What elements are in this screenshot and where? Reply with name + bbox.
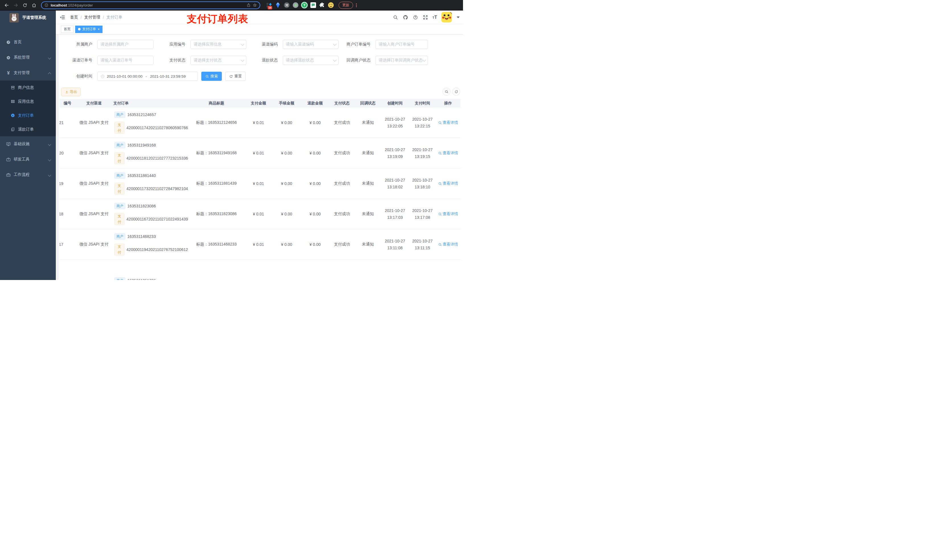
extension-puzzle-icon[interactable] <box>319 2 325 8</box>
sidebar-item-app-info[interactable]: 应用信息 <box>0 95 56 109</box>
view-detail-link[interactable]: 查看详情 <box>438 151 458 155</box>
extension-pinned-icon[interactable]: 10 <box>266 2 272 8</box>
sidebar-menu: 首页系统管理¥支付管理商户信息应用信息¥支付订单退款订单基础设施研发工具工作流程 <box>0 25 56 183</box>
forward-icon[interactable] <box>12 2 20 9</box>
extension-command-icon[interactable]: ⌘ <box>284 2 290 8</box>
sidebar-item-label: 工作流程 <box>14 172 48 177</box>
extension-chat-icon[interactable] <box>310 2 316 8</box>
reset-button[interactable]: 重置 <box>225 72 246 81</box>
breadcrumb-item[interactable]: 支付管理 <box>84 15 100 20</box>
extension-kite-icon[interactable] <box>275 2 281 8</box>
site-info-icon[interactable] <box>44 3 48 7</box>
sidebar-item-pay-order[interactable]: ¥支付订单 <box>0 109 56 122</box>
placeholder-text: 请选择应用信息 <box>194 42 241 47</box>
dashboard-icon <box>6 40 11 45</box>
create-time-range-picker[interactable]: 2021-10-01 00:00:00-2021-10-31 23:59:59 <box>97 72 198 81</box>
filter-label-merchant: 所属商户 <box>59 42 96 47</box>
yen-icon: ¥ <box>6 71 11 75</box>
browser-menu-icon[interactable] <box>356 3 357 7</box>
share-icon[interactable] <box>247 3 251 7</box>
cell-pay-order: 商户1635312124657支付42000011742021102780605… <box>111 107 188 138</box>
filter-select-refund-status[interactable]: 请选择退款状态 <box>283 56 339 65</box>
cell-pay-status: 支付成功 <box>329 229 355 260</box>
cell-channel: 微信 JSAPI 支付 <box>77 138 111 168</box>
column-header: 回调状态 <box>355 99 381 107</box>
bookmark-star-icon[interactable] <box>253 3 257 7</box>
extension-record-icon[interactable] <box>292 2 299 8</box>
cell-create-time: 2021-10-2713:19:09 <box>381 138 409 168</box>
reload-icon[interactable] <box>21 2 29 9</box>
extension-emoji-icon[interactable] <box>328 2 334 8</box>
avatar-caret-icon[interactable] <box>457 17 460 18</box>
column-header: 退款金额 <box>301 99 329 107</box>
back-icon[interactable] <box>3 2 10 9</box>
toggle-search-button[interactable] <box>442 88 451 96</box>
sidebar-item-system[interactable]: 系统管理 <box>0 50 56 65</box>
cell-pay-order: 商户1635311351736 <box>111 260 188 280</box>
column-header: 支付渠道 <box>77 99 111 107</box>
table-row-partial: 商户1635311351736 <box>59 260 460 280</box>
filter-input-merchant[interactable]: 请选择所属商户 <box>97 40 153 49</box>
font-size-icon[interactable]: TT <box>433 15 437 20</box>
table-row: 120微信 JSAPI 支付商户1635311949168支付420000118… <box>59 138 460 169</box>
refresh-table-button[interactable] <box>452 88 460 96</box>
magnifier-icon <box>438 182 442 186</box>
chevron-down-icon <box>333 42 337 46</box>
view-detail-link[interactable]: 查看详情 <box>438 242 458 247</box>
cell-amount: ¥ 0.01 <box>245 199 272 229</box>
sidebar-item-refund-order[interactable]: 退款订单 <box>0 122 56 136</box>
address-bar[interactable]: localhost:1024/pay/order <box>41 2 260 9</box>
view-detail-link[interactable]: 查看详情 <box>438 120 458 125</box>
filter-input-merchant-order-no[interactable]: 请输入商户订单编号 <box>375 40 428 49</box>
filter-select-pay-status[interactable]: 请选择支付状态 <box>191 56 246 65</box>
avatar[interactable] <box>441 12 452 23</box>
merchant-order-line: 商户1635311823086 <box>115 203 156 209</box>
sidebar-item-infra[interactable]: 基础设施 <box>0 136 56 152</box>
chrome-update-button[interactable]: 更新 <box>339 2 357 9</box>
fullscreen-icon[interactable] <box>422 15 428 20</box>
refresh-icon <box>454 90 458 94</box>
app-logo[interactable]: 芋道管理系统 <box>0 11 56 25</box>
menu-fold-icon[interactable] <box>60 15 65 20</box>
search-icon[interactable] <box>393 15 398 20</box>
breadcrumb-item[interactable]: 首页 <box>70 15 78 20</box>
pay-tag: 支付 <box>115 183 124 195</box>
cell-fee: ¥ 0.00 <box>272 169 301 199</box>
export-button[interactable]: 导出 <box>61 88 80 96</box>
search-button[interactable]: 搜索 <box>201 72 222 81</box>
cell-amount: ¥ 0.01 <box>245 107 272 138</box>
pay-order-no: 4200001167202110271022491439 <box>126 217 188 221</box>
view-detail-link[interactable]: 查看详情 <box>438 181 458 186</box>
view-detail-link[interactable]: 查看详情 <box>438 211 458 217</box>
sidebar-item-pay[interactable]: ¥支付管理 <box>0 65 56 80</box>
home-icon[interactable] <box>30 2 38 9</box>
placeholder-text: 请输入渠道编码 <box>286 42 333 47</box>
pay-tag: 支付 <box>115 244 124 255</box>
placeholder-text: 请选择所属商户 <box>100 42 150 47</box>
sidebar-item-merchant-info[interactable]: 商户信息 <box>0 80 56 95</box>
sidebar-item-label: 应用信息 <box>18 99 51 104</box>
filter-select-notify-status[interactable]: 请选择订单回调商户状态 <box>375 56 428 65</box>
placeholder-text: 请选择订单回调商户状态 <box>379 58 422 63</box>
cell-pay-order: 商户1635311949168支付42000011812021102777232… <box>111 138 188 168</box>
sidebar-item-home[interactable]: 首页 <box>0 35 56 50</box>
filter-input-channel-order-no[interactable]: 请输入渠道订单号 <box>97 56 153 65</box>
sidebar-item-workflow[interactable]: 工作流程 <box>0 167 56 183</box>
store-icon <box>11 85 15 90</box>
tab-首页[interactable]: 首页 <box>61 26 73 33</box>
tab-支付订单[interactable]: 支付订单× <box>75 26 103 33</box>
github-icon[interactable] <box>402 15 409 20</box>
extension-y-icon[interactable]: Y <box>301 2 307 8</box>
help-icon[interactable] <box>413 15 418 20</box>
cell-notify-status: 未通知 <box>355 229 381 260</box>
close-icon[interactable]: × <box>98 27 100 31</box>
filter-label-channel-order-no: 渠道订单号 <box>59 58 96 63</box>
extension-badge: 10 <box>268 6 272 9</box>
update-label[interactable]: 更新 <box>339 2 353 9</box>
grid-icon <box>11 99 15 104</box>
filter-select-channel-code[interactable]: 请输入渠道编码 <box>283 40 339 49</box>
magnifier-icon <box>438 151 442 155</box>
cell-fee: ¥ 0.00 <box>272 229 301 260</box>
filter-select-app-no[interactable]: 请选择应用信息 <box>191 40 246 49</box>
sidebar-item-dev-tools[interactable]: 研发工具 <box>0 152 56 167</box>
